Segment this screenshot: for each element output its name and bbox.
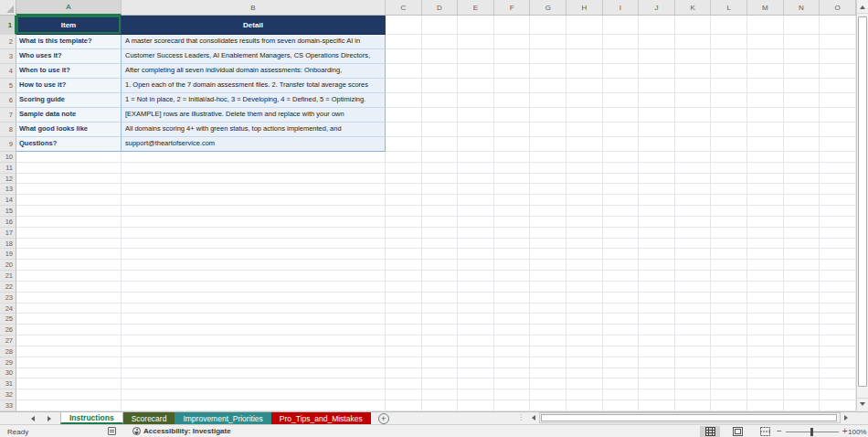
- cell-H6[interactable]: [566, 93, 603, 108]
- cell-K16[interactable]: [675, 217, 712, 228]
- cell-K7[interactable]: [675, 108, 712, 123]
- cell-G26[interactable]: [530, 325, 566, 336]
- cell-D6[interactable]: [422, 93, 459, 108]
- column-header-F[interactable]: F: [494, 0, 531, 16]
- cell-J7[interactable]: [639, 108, 675, 123]
- cell-L31[interactable]: [711, 378, 747, 389]
- cell-O7[interactable]: [820, 108, 856, 123]
- cell-F24[interactable]: [494, 304, 531, 314]
- cell-M29[interactable]: [747, 357, 784, 368]
- cell-J14[interactable]: [639, 195, 675, 206]
- cell-N12[interactable]: [784, 174, 820, 185]
- cell-A31[interactable]: [16, 378, 122, 389]
- cell-A26[interactable]: [16, 325, 122, 336]
- cell-O16[interactable]: [820, 217, 856, 228]
- cell-I1[interactable]: [603, 16, 640, 35]
- cell-G24[interactable]: [530, 304, 566, 314]
- cell-K4[interactable]: [675, 64, 712, 79]
- cell-J10[interactable]: [639, 152, 675, 163]
- cell-C20[interactable]: [386, 260, 422, 271]
- row-header-33[interactable]: 33: [0, 400, 16, 411]
- select-all-corner[interactable]: [0, 0, 16, 16]
- cell-K28[interactable]: [675, 346, 712, 357]
- cell-J15[interactable]: [639, 206, 675, 217]
- scroll-down-button[interactable]: [857, 398, 868, 410]
- cell-J12[interactable]: [639, 174, 675, 185]
- cell-N11[interactable]: [784, 163, 820, 174]
- cell-C16[interactable]: [386, 217, 422, 228]
- cell-L2[interactable]: [711, 35, 747, 49]
- cell-A9[interactable]: Questions?: [16, 137, 122, 152]
- cell-F7[interactable]: [494, 108, 531, 123]
- sheet-tab-instructions[interactable]: Instructions: [60, 412, 123, 424]
- cell-B31[interactable]: [122, 378, 386, 389]
- cell-D31[interactable]: [422, 378, 459, 389]
- row-header-14[interactable]: 14: [0, 195, 16, 206]
- cell-C25[interactable]: [386, 314, 422, 325]
- cell-D20[interactable]: [422, 260, 459, 271]
- cell-N33[interactable]: [784, 400, 820, 411]
- cell-N9[interactable]: [784, 137, 820, 152]
- cell-F32[interactable]: [494, 389, 531, 400]
- cell-I16[interactable]: [603, 217, 640, 228]
- cell-M23[interactable]: [747, 293, 784, 304]
- cell-M27[interactable]: [747, 336, 784, 346]
- cell-G14[interactable]: [530, 195, 566, 206]
- cell-H12[interactable]: [566, 174, 603, 185]
- cell-L25[interactable]: [711, 314, 747, 325]
- cell-K29[interactable]: [675, 357, 712, 368]
- cell-B29[interactable]: [122, 357, 386, 368]
- cell-A12[interactable]: [16, 174, 122, 185]
- cell-G30[interactable]: [530, 368, 566, 379]
- cell-M8[interactable]: [747, 123, 784, 137]
- cell-F19[interactable]: [494, 249, 531, 260]
- cell-D32[interactable]: [422, 389, 459, 400]
- cell-I5[interactable]: [603, 79, 640, 93]
- row-header-28[interactable]: 28: [0, 346, 16, 357]
- cell-A23[interactable]: [16, 293, 122, 304]
- cell-E7[interactable]: [458, 108, 494, 123]
- cell-G27[interactable]: [530, 336, 566, 346]
- cell-N4[interactable]: [784, 64, 820, 79]
- cell-O11[interactable]: [820, 163, 856, 174]
- cell-H22[interactable]: [566, 282, 603, 293]
- cell-K22[interactable]: [675, 282, 712, 293]
- cell-F27[interactable]: [494, 336, 531, 346]
- cell-D4[interactable]: [422, 64, 459, 79]
- cell-J24[interactable]: [639, 304, 675, 314]
- cell-M30[interactable]: [747, 368, 784, 379]
- cell-H1[interactable]: [566, 16, 603, 35]
- row-header-27[interactable]: 27: [0, 336, 16, 346]
- cell-K31[interactable]: [675, 378, 712, 389]
- cell-O17[interactable]: [820, 228, 856, 239]
- cell-C21[interactable]: [386, 271, 422, 282]
- cell-D11[interactable]: [422, 163, 459, 174]
- cell-E1[interactable]: [458, 16, 494, 35]
- cell-E24[interactable]: [458, 304, 494, 314]
- cell-M12[interactable]: [747, 174, 784, 185]
- cell-G3[interactable]: [530, 49, 566, 64]
- cell-O33[interactable]: [820, 400, 856, 411]
- cell-M32[interactable]: [747, 389, 784, 400]
- cell-F21[interactable]: [494, 271, 531, 282]
- new-sheet-button[interactable]: +: [378, 413, 389, 424]
- cell-M33[interactable]: [747, 400, 784, 411]
- row-header-18[interactable]: 18: [0, 239, 16, 250]
- cell-O5[interactable]: [820, 79, 856, 93]
- cell-H15[interactable]: [566, 206, 603, 217]
- column-header-A[interactable]: A: [16, 0, 122, 16]
- cell-E23[interactable]: [458, 293, 494, 304]
- cell-F9[interactable]: [494, 137, 531, 152]
- cell-L8[interactable]: [711, 123, 747, 137]
- cell-D33[interactable]: [422, 400, 459, 411]
- cell-I10[interactable]: [603, 152, 640, 163]
- cell-G12[interactable]: [530, 174, 566, 185]
- cell-N30[interactable]: [784, 368, 820, 379]
- macro-record-icon[interactable]: [108, 427, 116, 435]
- cell-K23[interactable]: [675, 293, 712, 304]
- vertical-scrollbar-thumb[interactable]: [858, 16, 867, 387]
- cell-L6[interactable]: [711, 93, 747, 108]
- zoom-out-icon[interactable]: −: [777, 427, 782, 436]
- cell-O19[interactable]: [820, 249, 856, 260]
- cell-F10[interactable]: [494, 152, 531, 163]
